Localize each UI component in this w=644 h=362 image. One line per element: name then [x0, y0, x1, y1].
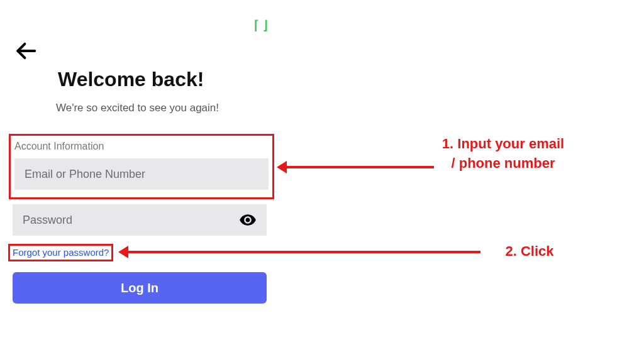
eye-icon[interactable]	[239, 211, 257, 229]
back-button[interactable]	[14, 39, 38, 65]
annotation-arrow-2-head	[118, 246, 128, 258]
forgot-password-link[interactable]: Forgot your password?	[13, 247, 109, 258]
password-field-wrapper	[13, 204, 267, 236]
account-info-label: Account Information	[14, 141, 269, 152]
annotation-arrow-1-line	[287, 166, 434, 168]
password-input[interactable]	[23, 214, 239, 227]
account-info-section: Account Information	[9, 134, 274, 199]
arrow-left-icon	[14, 39, 38, 63]
annotation-arrow-2-line	[128, 251, 480, 253]
page-subtitle: We're so excited to see you again!	[56, 102, 219, 114]
page-title: Welcome back!	[58, 68, 204, 91]
email-phone-input[interactable]	[14, 158, 269, 190]
decoration-brackets: ⌈⌋	[254, 18, 272, 33]
annotation-step-1: 1. Input your email / phone number	[440, 134, 566, 173]
annotation-arrow-1-head	[277, 161, 287, 173]
forgot-password-highlight: Forgot your password?	[8, 244, 113, 261]
login-button[interactable]: Log In	[13, 272, 267, 304]
annotation-step-2: 2. Click	[498, 242, 561, 261]
